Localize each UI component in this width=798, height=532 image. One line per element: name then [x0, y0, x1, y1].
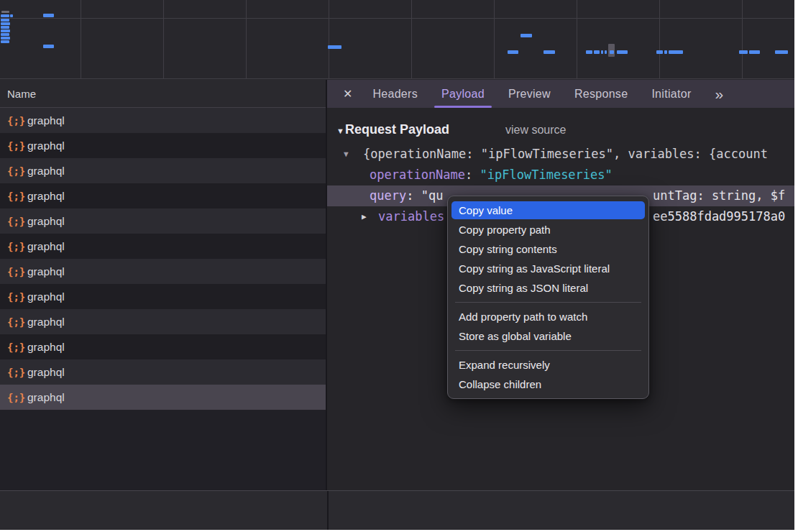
timeline-request-bar[interactable]: [749, 50, 760, 54]
timeline-request-bar[interactable]: [1, 26, 9, 29]
name-column-label: Name: [7, 88, 36, 100]
menu-item-expand-recursively[interactable]: Expand recursively: [451, 356, 645, 374]
menu-item-store-as-global-variable[interactable]: Store as global variable: [451, 327, 645, 345]
timeline-gridline: [411, 0, 412, 78]
timeline-request-bar[interactable]: [10, 14, 13, 17]
menu-item-copy-string-as-javascript-literal[interactable]: Copy string as JavaScript literal: [451, 260, 645, 278]
timeline-request-bar[interactable]: [594, 50, 600, 54]
timeline-request-bar[interactable]: [544, 50, 555, 54]
timeline-gridline: [742, 0, 743, 78]
request-row[interactable]: {;}graphql: [0, 309, 326, 334]
request-payload-section-header[interactable]: ▼ Request Payload view source: [336, 122, 794, 137]
timeline-request-bar[interactable]: [1, 37, 10, 40]
tab-headers[interactable]: Headers: [372, 80, 418, 108]
close-details-icon[interactable]: ✕: [343, 87, 352, 101]
property-key: operationName: [370, 168, 465, 182]
menu-item-copy-string-as-json-literal[interactable]: Copy string as JSON literal: [451, 279, 645, 297]
menu-item-copy-property-path[interactable]: Copy property path: [451, 221, 645, 239]
property-value: "ipFlowTimeseries": [480, 168, 613, 182]
request-row[interactable]: {;}graphql: [0, 234, 326, 259]
network-overview-timeline[interactable]: [0, 0, 794, 79]
timeline-request-bar[interactable]: [1, 11, 9, 13]
timeline-request-bar[interactable]: [43, 14, 54, 17]
requests-panel: Name {;}graphql{;}graphql{;}graphql{;}gr…: [0, 80, 327, 530]
tab-preview[interactable]: Preview: [508, 80, 551, 108]
request-name-label: graphql: [27, 165, 65, 178]
request-name-label: graphql: [27, 139, 65, 152]
timeline-request-bar[interactable]: [610, 50, 614, 54]
json-braces-icon: {;}: [7, 115, 27, 127]
timeline-gridline: [0, 18, 794, 19]
section-title: Request Payload: [345, 122, 449, 137]
tab-response[interactable]: Response: [574, 80, 628, 108]
menu-item-add-property-path-to-watch[interactable]: Add property path to watch: [451, 308, 645, 326]
json-braces-icon: {;}: [7, 140, 27, 152]
more-tabs-icon[interactable]: »: [715, 86, 724, 101]
payload-preview-text: {operationName: "ipFlowTimeseries", vari…: [363, 144, 768, 165]
request-row[interactable]: {;}graphql: [0, 385, 326, 410]
operation-name-row[interactable]: operationName: "ipFlowTimeseries": [327, 165, 794, 185]
request-row[interactable]: {;}graphql: [0, 158, 326, 183]
timeline-request-bar[interactable]: [1, 22, 10, 25]
menu-item-collapse-children[interactable]: Collapse children: [451, 375, 645, 393]
timeline-request-bar[interactable]: [520, 34, 532, 37]
timeline-request-bar[interactable]: [739, 50, 748, 54]
request-row[interactable]: {;}graphql: [0, 133, 326, 158]
timeline-request-bar[interactable]: [664, 50, 667, 54]
timeline-request-bar[interactable]: [1, 29, 10, 32]
panel-footer-area: [0, 491, 794, 530]
timeline-gridline: [329, 0, 329, 78]
timeline-request-bar[interactable]: [1, 33, 9, 36]
property-key: query: [370, 188, 406, 203]
timeline-request-bar[interactable]: [669, 50, 683, 54]
request-name-label: graphql: [27, 341, 65, 354]
request-name-label: graphql: [27, 240, 65, 253]
timeline-request-bar[interactable]: [775, 50, 788, 54]
expand-triangle-icon[interactable]: ▼: [344, 144, 349, 165]
request-row[interactable]: {;}graphql: [0, 359, 326, 385]
json-braces-icon: {;}: [7, 241, 27, 252]
request-row[interactable]: {;}graphql: [0, 108, 326, 133]
timeline-request-bar[interactable]: [605, 50, 607, 54]
timeline-request-bar[interactable]: [617, 50, 628, 54]
payload-preview-row[interactable]: ▼ {operationName: "ipFlowTimeseries", va…: [327, 144, 794, 165]
tab-initiator[interactable]: Initiator: [651, 80, 691, 108]
request-row[interactable]: {;}graphql: [0, 284, 326, 309]
request-list: {;}graphql{;}graphql{;}graphql{;}graphql…: [0, 108, 326, 410]
view-source-link[interactable]: view source: [505, 124, 566, 137]
timeline-gridline: [494, 0, 495, 78]
timeline-request-bar[interactable]: [1, 14, 9, 17]
request-name-label: graphql: [27, 366, 65, 379]
timeline-gridline: [659, 0, 660, 78]
context-menu: Copy valueCopy property pathCopy string …: [447, 196, 649, 399]
menu-item-copy-string-contents[interactable]: Copy string contents: [451, 240, 645, 258]
timeline-request-bar[interactable]: [656, 50, 663, 54]
tab-payload[interactable]: Payload: [441, 80, 485, 108]
details-tabbar: ✕ HeadersPayloadPreviewResponseInitiator…: [327, 80, 794, 108]
property-value-right: ee5588fdad995178a0: [653, 206, 785, 227]
request-name-label: graphql: [27, 114, 65, 127]
collapse-triangle-icon[interactable]: ▼: [336, 127, 344, 135]
request-name-label: graphql: [27, 265, 65, 278]
name-column-header[interactable]: Name: [0, 80, 326, 108]
timeline-gridline: [246, 0, 247, 78]
timeline-request-bar[interactable]: [1, 19, 9, 22]
request-row[interactable]: {;}graphql: [0, 334, 326, 359]
timeline-request-bar[interactable]: [601, 50, 603, 54]
timeline-request-bar[interactable]: [586, 50, 592, 54]
timeline-request-bar[interactable]: [328, 45, 341, 49]
menu-separator: [455, 350, 641, 351]
expand-triangle-icon[interactable]: ▶: [362, 206, 367, 227]
timeline-request-bar[interactable]: [1, 40, 9, 43]
tabs-container: HeadersPayloadPreviewResponseInitiator: [372, 80, 715, 108]
menu-separator: [455, 302, 641, 303]
request-row[interactable]: {;}graphql: [0, 183, 326, 208]
menu-item-copy-value[interactable]: Copy value: [451, 201, 645, 219]
json-braces-icon: {;}: [7, 316, 27, 328]
timeline-request-bar[interactable]: [508, 50, 518, 54]
panel-divider[interactable]: [327, 491, 329, 530]
timeline-gridline: [577, 0, 577, 78]
request-row[interactable]: {;}graphql: [0, 259, 326, 284]
timeline-request-bar[interactable]: [43, 45, 54, 48]
request-row[interactable]: {;}graphql: [0, 208, 326, 234]
